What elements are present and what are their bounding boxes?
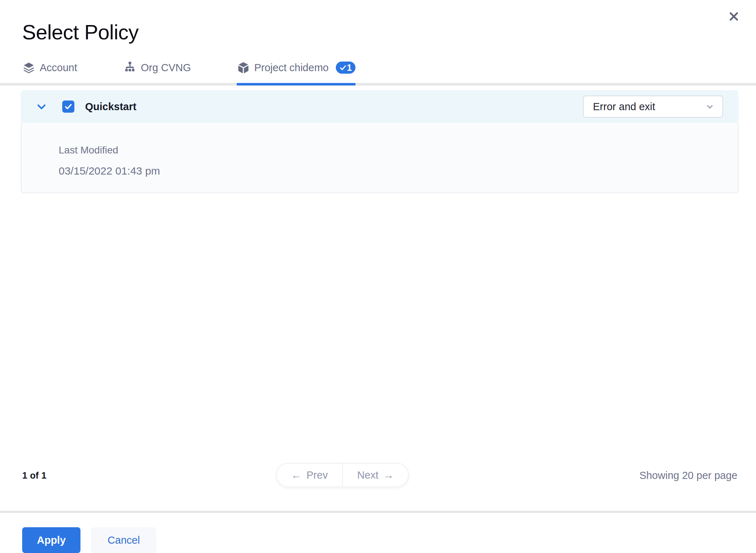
check-icon (339, 64, 347, 71)
policy-checkbox[interactable] (62, 101, 74, 113)
prev-button[interactable]: ← Prev (277, 464, 342, 486)
dialog-footer: Apply Cancel (0, 513, 756, 553)
apply-button[interactable]: Apply (22, 527, 80, 553)
policy-action-select[interactable]: Error and exit (583, 96, 723, 118)
policy-name: Quickstart (85, 101, 136, 113)
layers-icon (22, 61, 35, 74)
tab-label: Account (40, 62, 77, 74)
close-icon (728, 11, 740, 22)
select-chevron-down-icon (705, 101, 715, 112)
per-page-info: Showing 20 per page (639, 470, 737, 481)
chevron-down-icon (35, 100, 48, 113)
org-chart-icon (123, 61, 137, 74)
tab-label: Org CVNG (141, 62, 191, 74)
tab-bar: Account Org CVNG (0, 59, 756, 85)
prev-label: Prev (306, 469, 328, 481)
pager-control: ← Prev Next → (276, 463, 409, 487)
badge-count: 1 (347, 63, 352, 73)
cube-icon (237, 61, 250, 74)
pagination-bar: 1 of 1 ← Prev Next → Showing 20 per page (0, 463, 756, 488)
page-info: 1 of 1 (22, 470, 46, 481)
tab-label: Project chidemo (254, 62, 329, 74)
close-button[interactable] (727, 9, 741, 24)
policy-card: Quickstart Error and exit Last Modified … (21, 90, 738, 193)
policy-row-header: Quickstart Error and exit (21, 90, 738, 123)
next-label: Next (357, 469, 379, 481)
arrow-right-icon: → (383, 469, 394, 481)
policy-row-details: Last Modified 03/15/2022 01:43 pm (21, 123, 738, 193)
page-title: Select Policy (22, 21, 756, 44)
row-expander[interactable] (34, 100, 49, 113)
tab-org-cvng[interactable]: Org CVNG (123, 59, 191, 85)
last-modified-value: 03/15/2022 01:43 pm (59, 165, 738, 177)
cancel-button[interactable]: Cancel (91, 527, 156, 553)
tab-account[interactable]: Account (22, 59, 77, 85)
last-modified-label: Last Modified (59, 145, 738, 156)
checkbox-check-icon (64, 102, 73, 111)
select-value: Error and exit (593, 101, 655, 113)
tab-project-chidemo[interactable]: Project chidemo 1 (237, 59, 355, 85)
next-button[interactable]: Next → (343, 464, 408, 486)
arrow-left-icon: ← (291, 469, 301, 481)
selected-count-badge: 1 (336, 62, 355, 74)
select-policy-dialog: Select Policy Account (0, 0, 756, 553)
content-spacer (0, 193, 756, 463)
